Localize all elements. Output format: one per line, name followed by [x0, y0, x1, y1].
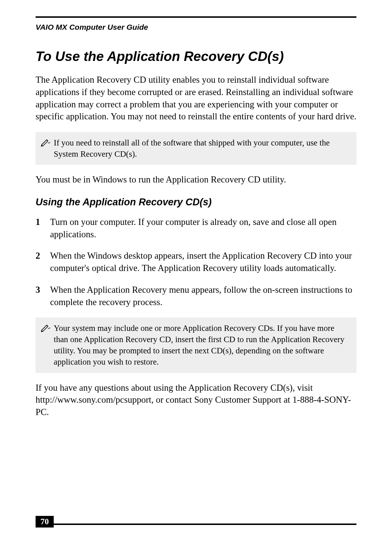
step-body: When the Application Recovery menu appea…	[50, 284, 356, 308]
step-item: 1 Turn on your computer. If your compute…	[36, 216, 356, 241]
page-title: To Use the Application Recovery CD(s)	[36, 49, 356, 64]
closing-paragraph: If you have any questions about using th…	[36, 382, 356, 418]
pencil-note-icon	[41, 323, 51, 332]
step-body: Turn on your computer. If your computer …	[50, 216, 356, 241]
step-body: When the Windows desktop appears, insert…	[50, 250, 356, 274]
note-box-1: If you need to reinstall all of the soft…	[36, 132, 356, 165]
footer-rule	[54, 524, 356, 525]
step-number: 2	[36, 250, 50, 274]
page-footer: 70	[36, 516, 356, 528]
step-number: 1	[36, 216, 50, 241]
step-item: 3 When the Application Recovery menu app…	[36, 284, 356, 308]
pencil-note-icon	[41, 138, 51, 147]
footer-line: 70	[36, 516, 356, 528]
paragraph-2: You must be in Windows to run the Applic…	[36, 173, 356, 186]
note-box-2: Your system may include one or more Appl…	[36, 317, 356, 373]
running-header: VAIO MX Computer User Guide	[36, 23, 356, 32]
subheading: Using the Application Recovery CD(s)	[36, 197, 356, 208]
step-item: 2 When the Windows desktop appears, inse…	[36, 250, 356, 274]
top-rule	[36, 16, 356, 18]
page: VAIO MX Computer User Guide To Use the A…	[0, 0, 392, 550]
page-number: 70	[36, 516, 54, 528]
steps-list: 1 Turn on your computer. If your compute…	[36, 216, 356, 308]
intro-paragraph: The Application Recovery CD utility enab…	[36, 74, 356, 123]
note-text-2: Your system may include one or more Appl…	[53, 323, 350, 368]
step-number: 3	[36, 284, 50, 308]
note-text-1: If you need to reinstall all of the soft…	[53, 137, 350, 160]
